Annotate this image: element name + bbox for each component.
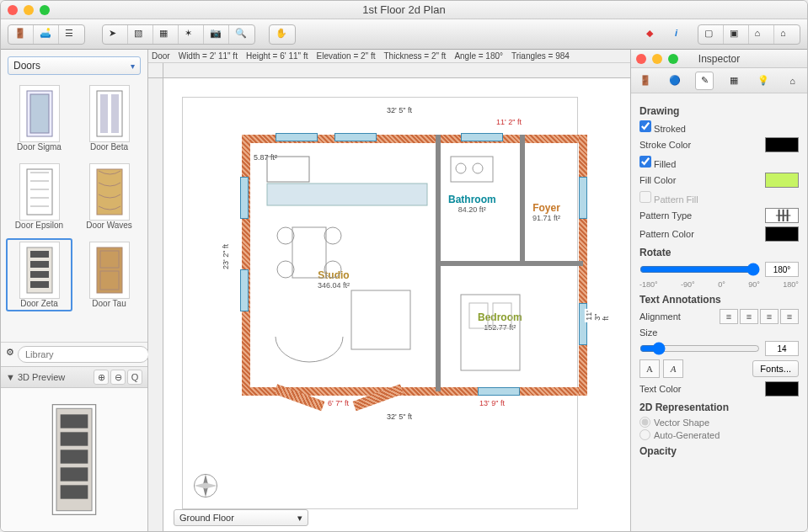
svg-rect-15 xyxy=(30,271,49,278)
library-item-label: Door Waves xyxy=(86,221,132,230)
pattern-color-swatch[interactable] xyxy=(765,226,799,242)
svg-rect-13 xyxy=(30,251,49,258)
svg-rect-35 xyxy=(461,295,520,370)
view-roof-button[interactable]: ⌂ xyxy=(774,25,800,44)
ruler-horizontal xyxy=(163,63,630,78)
library-item[interactable]: Door Zeta xyxy=(6,238,72,311)
rotate-value[interactable] xyxy=(765,262,799,277)
canvas[interactable]: Studio 346.04 ft² 67.07 ft² Bathroom 84.… xyxy=(148,63,630,531)
library-item[interactable]: Door Waves xyxy=(76,160,142,233)
info-button[interactable]: i xyxy=(669,25,694,44)
library-search-input[interactable] xyxy=(18,346,149,363)
style-italic[interactable]: A xyxy=(663,359,683,378)
svg-rect-34 xyxy=(351,290,410,349)
svg-point-32 xyxy=(277,261,294,278)
stroke-color-swatch[interactable] xyxy=(765,137,799,152)
preview-3d[interactable] xyxy=(1,388,147,531)
library-category-select[interactable]: Doors ▾ xyxy=(8,56,141,75)
fill-color-swatch[interactable] xyxy=(765,173,799,188)
inspector-tab-light[interactable]: 💡 xyxy=(754,72,773,90)
svg-rect-4 xyxy=(111,94,119,133)
pattern-type-swatch[interactable]: ╂╂╂ xyxy=(765,208,799,223)
view-elevation-button[interactable]: ⌂ xyxy=(749,25,774,44)
fontsize-value[interactable] xyxy=(765,341,799,356)
preview-zoom-out[interactable]: ⊖ xyxy=(110,370,126,385)
svg-rect-1 xyxy=(30,94,49,133)
floor-select[interactable]: Ground Floor ▾ xyxy=(174,509,308,526)
align-center[interactable]: ≡ xyxy=(740,309,758,324)
library-item[interactable]: Door Sigma xyxy=(6,82,72,155)
svg-rect-23 xyxy=(61,432,88,445)
chevron-down-icon: ▾ xyxy=(131,61,135,71)
room-tool[interactable]: ▦ xyxy=(153,25,179,44)
mode-seating-button[interactable]: 🛋️ xyxy=(34,25,59,44)
inspector-tab-text[interactable]: ▦ xyxy=(725,72,743,90)
align-right[interactable]: ≡ xyxy=(760,309,779,324)
svg-rect-22 xyxy=(61,414,88,428)
preview-zoom-fit[interactable]: Q xyxy=(127,370,142,385)
titlebar: 1st Floor 2d Plan xyxy=(1,1,807,19)
inspector-title: Inspector xyxy=(631,53,807,65)
svg-rect-14 xyxy=(30,261,49,268)
svg-point-40 xyxy=(473,163,483,173)
zoom-tool[interactable]: 🔍 xyxy=(229,25,254,44)
main-toolbar: 🚪 🛋️ ☰ ➤ ▧ ▦ ✶ 📷 🔍 ✋ ◆ i ▢ ▣ ⌂ ⌂ xyxy=(1,19,807,50)
inspector-tab-object[interactable]: 🚪 xyxy=(636,72,655,90)
library-item-label: Door Tau xyxy=(92,299,126,308)
svg-rect-3 xyxy=(100,94,108,133)
library-item-label: Door Beta xyxy=(90,142,128,152)
gear-icon[interactable]: ⚙ xyxy=(6,347,14,362)
window-title: 1st Floor 2d Plan xyxy=(1,3,807,16)
rotate-slider[interactable] xyxy=(639,263,760,276)
measure-tool[interactable]: ✶ xyxy=(179,25,204,44)
style-regular[interactable]: A xyxy=(639,359,660,378)
fonts-button[interactable]: Fonts... xyxy=(752,360,799,377)
library-item-label: Door Epsilon xyxy=(15,221,63,230)
wall-tool[interactable]: ▧ xyxy=(128,25,153,44)
library-item[interactable]: Door Tau xyxy=(76,238,142,311)
mode-furniture-button[interactable]: 🚪 xyxy=(8,25,34,44)
text-color-swatch[interactable] xyxy=(765,381,799,396)
render-button[interactable]: ◆ xyxy=(640,25,666,44)
view-2d-button[interactable]: ▢ xyxy=(698,25,724,44)
view-3d-button[interactable]: ▣ xyxy=(724,25,749,44)
inspector-tab-house[interactable]: ⌂ xyxy=(784,72,802,90)
rep-vector-radio xyxy=(639,417,650,428)
align-left[interactable]: ≡ xyxy=(720,309,738,324)
library-item-label: Door Sigma xyxy=(17,142,62,152)
section-opacity: Opacity xyxy=(639,445,799,457)
room-foyer-label: Foyer xyxy=(532,202,560,214)
section-drawing: Drawing xyxy=(639,105,799,117)
svg-rect-38 xyxy=(451,157,493,182)
library-item[interactable]: Door Beta xyxy=(76,82,142,155)
room-bathroom-label: Bathroom xyxy=(448,194,496,205)
svg-point-31 xyxy=(324,227,341,244)
room-studio-area: 346.04 ft² xyxy=(318,281,350,290)
svg-point-30 xyxy=(277,227,294,244)
floor-select-label: Ground Floor xyxy=(179,513,234,523)
mode-list-button[interactable]: ☰ xyxy=(59,25,84,44)
fontsize-slider[interactable] xyxy=(639,342,760,355)
align-justify[interactable]: ≡ xyxy=(780,309,799,324)
compass-icon xyxy=(191,471,220,500)
object-info-bar: Door Width = 2' 11" ft Height = 6' 11" f… xyxy=(148,50,630,63)
inspector-tab-2d[interactable]: ✎ xyxy=(695,72,714,90)
section-2d-rep: 2D Representation xyxy=(639,402,799,413)
room-foyer-area: 91.71 ft² xyxy=(532,214,560,222)
svg-rect-24 xyxy=(61,450,88,463)
rep-auto-radio xyxy=(639,429,650,440)
svg-rect-26 xyxy=(61,485,88,498)
section-rotate: Rotate xyxy=(639,247,799,258)
canvas-area: Door Width = 2' 11" ft Height = 6' 11" f… xyxy=(148,50,630,531)
room-bedroom-label: Bedroom xyxy=(478,311,522,323)
preview-label: 3D Preview xyxy=(18,372,65,382)
stroked-checkbox[interactable] xyxy=(639,120,651,132)
select-tool[interactable]: ➤ xyxy=(103,25,128,44)
patternfill-checkbox xyxy=(639,191,651,203)
camera-tool[interactable]: 📷 xyxy=(204,25,229,44)
filled-checkbox[interactable] xyxy=(639,156,651,168)
library-item[interactable]: Door Epsilon xyxy=(6,160,72,233)
preview-zoom-in[interactable]: ⊕ xyxy=(94,370,109,385)
pan-tool[interactable]: ✋ xyxy=(270,25,295,44)
inspector-tab-material[interactable]: 🔵 xyxy=(666,72,684,90)
